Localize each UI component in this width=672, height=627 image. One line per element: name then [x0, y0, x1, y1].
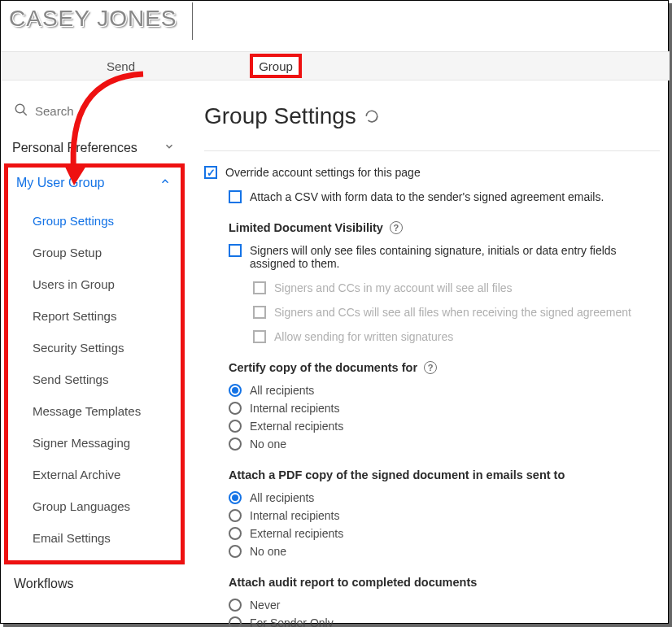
certify-heading: Certify copy of the documents for ?	[229, 361, 660, 374]
ldv-sub3-label: Allow sending for written signatures	[274, 330, 453, 343]
ldv-head-text: Limited Document Visibility	[229, 221, 383, 234]
search-icon	[14, 102, 28, 120]
help-icon[interactable]: ?	[424, 361, 437, 374]
attach-csv-row: Attach a CSV with form data to the sende…	[229, 190, 660, 203]
certify-opt-label: All recipients	[250, 384, 314, 397]
certify-opt-label: Internal recipients	[250, 402, 340, 415]
override-label: Override account settings for this page	[225, 166, 421, 179]
sidebar-item-security-settings[interactable]: Security Settings	[33, 332, 181, 364]
attach-csv-checkbox[interactable]	[229, 190, 242, 203]
pdfcopy-opt-label: Internal recipients	[250, 509, 340, 522]
help-icon[interactable]: ?	[390, 221, 403, 234]
pdfcopy-radio-internal[interactable]	[229, 509, 242, 522]
pdfcopy-opt-label: All recipients	[250, 491, 314, 504]
page-title: Group Settings	[204, 103, 660, 129]
pdfcopy-opt-label: No one	[250, 545, 286, 558]
ldv-sub3-row: Allow sending for written signatures	[253, 330, 660, 343]
separator	[192, 2, 193, 40]
refresh-icon[interactable]	[364, 103, 379, 129]
sidebar-item-message-templates[interactable]: Message Templates	[33, 395, 181, 427]
certify-opt-label: External recipients	[250, 420, 343, 433]
audit-opt-label: Never	[250, 599, 280, 612]
pdfcopy-opt-label: External recipients	[250, 527, 343, 540]
ldv-main-checkbox[interactable]	[229, 244, 242, 257]
ldv-sub1-label: Signers and CCs in my account will see a…	[274, 281, 513, 294]
sidebar-item-group-languages[interactable]: Group Languages	[33, 490, 181, 522]
sidebar-item-email-settings[interactable]: Email Settings	[33, 522, 181, 554]
ldv-sub3-checkbox[interactable]	[253, 330, 266, 343]
sidebar-highlight-box: My User Group Group Settings Group Setup…	[4, 163, 185, 564]
attach-csv-label: Attach a CSV with form data to the sende…	[250, 190, 604, 203]
sidebar-item-signer-messaging[interactable]: Signer Messaging	[33, 427, 181, 459]
sidebar-item-group-setup[interactable]: Group Setup	[33, 237, 181, 268]
sidebar-item-send-settings[interactable]: Send Settings	[33, 364, 181, 395]
tab-group[interactable]: Group	[250, 54, 302, 78]
pdfcopy-radio-none[interactable]	[229, 545, 242, 558]
audit-heading: Attach audit report to completed documen…	[229, 576, 660, 589]
ldv-heading: Limited Document Visibility ?	[229, 221, 660, 234]
audit-head-text: Attach audit report to completed documen…	[229, 576, 477, 589]
sidebar-item-group-settings[interactable]: Group Settings	[33, 205, 181, 237]
sidebar-item-report-settings[interactable]: Report Settings	[33, 300, 181, 332]
ldv-main-label: Signers will only see files containing s…	[250, 244, 660, 270]
override-row: Override account settings for this page	[204, 166, 660, 179]
ldv-sub2-checkbox[interactable]	[253, 306, 266, 319]
annotation-arrow	[50, 62, 196, 200]
certify-radio-internal[interactable]	[229, 402, 242, 415]
certify-opt-label: No one	[250, 438, 286, 451]
ldv-sub2-row: Signers and CCs will see all files when …	[253, 306, 660, 319]
ldv-sub1-checkbox[interactable]	[253, 281, 266, 294]
audit-opt-label: For Sender Only	[250, 616, 334, 627]
ldv-sub2-label: Signers and CCs will see all files when …	[274, 306, 631, 319]
ldv-sub1-row: Signers and CCs in my account will see a…	[253, 281, 660, 294]
pdfcopy-head-text: Attach a PDF copy of the signed document…	[229, 468, 565, 481]
pdfcopy-radio-all[interactable]	[229, 491, 242, 504]
sidebar-item-external-archive[interactable]: External Archive	[33, 459, 181, 490]
audit-radio-never[interactable]	[229, 599, 242, 612]
sidebar-item-users-in-group[interactable]: Users in Group	[33, 268, 181, 300]
brand-logo: CASEY JONES	[9, 6, 177, 32]
pdfcopy-heading: Attach a PDF copy of the signed document…	[229, 468, 660, 481]
certify-head-text: Certify copy of the documents for	[229, 361, 417, 374]
svg-point-0	[15, 104, 24, 113]
audit-radio-sender[interactable]	[229, 616, 242, 627]
certify-radio-all[interactable]	[229, 384, 242, 397]
certify-radio-external[interactable]	[229, 420, 242, 433]
svg-line-1	[23, 111, 27, 115]
override-checkbox[interactable]	[204, 166, 217, 179]
sidebar-section-workflows[interactable]: Workflows	[4, 564, 185, 603]
certify-radio-none[interactable]	[229, 438, 242, 451]
ldv-main-row: Signers will only see files containing s…	[229, 244, 660, 270]
page-title-text: Group Settings	[204, 103, 356, 129]
pdfcopy-radio-external[interactable]	[229, 527, 242, 540]
